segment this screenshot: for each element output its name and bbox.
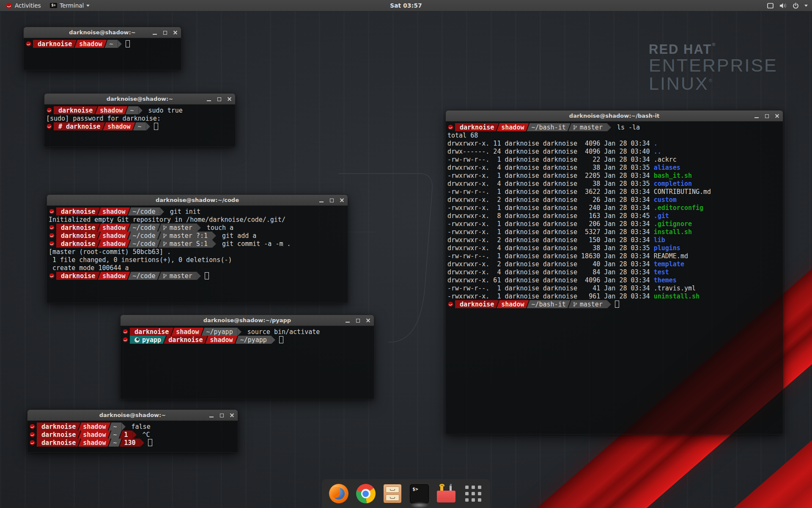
git-branch-icon <box>163 273 167 279</box>
close-button[interactable] <box>226 96 233 102</box>
prompt-arrow <box>146 123 150 130</box>
activities-button[interactable]: Activities <box>3 0 44 11</box>
terminal-text: Initialized empty Git repository in /hom… <box>49 216 285 224</box>
window-buttons <box>205 410 235 421</box>
terminal-window-bash-it[interactable]: darknoise@shadow:~/bash-itdarknoiseshado… <box>445 110 783 434</box>
terminal-text: .git <box>654 212 669 220</box>
terminal-text: template <box>654 260 684 268</box>
volume-icon[interactable] <box>779 3 787 9</box>
terminal-body[interactable]: darknoiseshadow~ sudo true[sudo] passwor… <box>44 105 235 146</box>
terminal-line: -rw-rw-r--. 1 darknoise darknoise 18630 … <box>447 252 781 260</box>
prompt-segment-path: ~ <box>108 439 121 447</box>
terminal-text: drwxrwxr-x. 2 darknoise darknoise 40 Jan… <box>447 260 654 268</box>
close-button[interactable] <box>228 412 235 419</box>
prompt-arrow <box>197 272 201 280</box>
terminal-window-code[interactable]: darknoise@shadow:~/codedarknoiseshadow~/… <box>47 194 348 303</box>
maximize-button[interactable] <box>162 29 168 36</box>
terminal-window-sudo[interactable]: darknoise@shadow:~darknoiseshadow~ sudo … <box>44 93 236 147</box>
terminal-text: drwx------. 24 darknoise darknoise 4096 … <box>447 148 654 155</box>
redhat-fedora-icon <box>26 41 31 47</box>
terminal-window-home-1[interactable]: darknoise@shadow:~darknoiseshadow~ <box>23 27 181 70</box>
dock-item-chrome[interactable] <box>356 483 376 504</box>
terminal-cursor <box>615 301 619 308</box>
window-titlebar[interactable]: darknoise@shadow:~ <box>27 410 238 421</box>
prompt-segment-host: shadow <box>98 272 130 280</box>
terminal-text: plugins <box>654 244 680 252</box>
window-titlebar[interactable]: darknoise@shadow:~/bash-it <box>446 110 783 121</box>
prompt-segment-host: shadow <box>103 122 135 130</box>
redhat-fedora-icon <box>49 273 55 279</box>
terminal-line: -rwxrwxr-x. 1 darknoise darknoise 2205 J… <box>447 171 781 179</box>
terminal-text: -rw-rw-r--. 1 darknoise darknoise 3622 J… <box>447 188 711 196</box>
terminal-line: drwxrwxr-x. 11 darknoise darknoise 4096 … <box>447 139 781 147</box>
minimize-button[interactable] <box>208 412 215 419</box>
close-button[interactable] <box>365 317 371 324</box>
close-button[interactable] <box>172 29 178 36</box>
maximize-button[interactable] <box>354 317 361 324</box>
prompt-segment-user: darknoise <box>56 272 100 280</box>
system-menu-chevron-icon[interactable] <box>804 5 808 7</box>
terminal-body[interactable]: darknoiseshadow~/bash-itmaster ls -latot… <box>446 121 783 434</box>
window-titlebar[interactable]: darknoise@shadow:~/pyapp <box>121 315 374 326</box>
terminal-line: -rwxrwxr-x. 1 darknoise darknoise 5327 J… <box>447 228 781 236</box>
window-titlebar[interactable]: darknoise@shadow:~ <box>44 94 235 105</box>
prompt-segment-user: darknoise <box>54 106 97 114</box>
app-menu-terminal[interactable]: $> Terminal <box>47 0 93 11</box>
terminal-line: darknoiseshadow~ <box>25 40 179 48</box>
minimize-button[interactable] <box>753 113 760 119</box>
terminal-body[interactable]: darknoiseshadow~ <box>24 38 181 70</box>
python-venv-icon <box>134 337 140 342</box>
prompt-arrow <box>118 40 122 48</box>
minimize-button[interactable] <box>151 29 158 36</box>
logo-enterprise: ENTERPRISE <box>649 56 778 75</box>
terminal-text: 1 file changed, 0 insertions(+), 0 delet… <box>49 256 232 264</box>
prompt-arrow <box>238 328 241 336</box>
minimize-button[interactable] <box>206 96 212 102</box>
dock-item-toolbox[interactable] <box>436 483 456 504</box>
prompt-segment-git: master S:1 <box>158 240 212 248</box>
prompt-segment-git: master <box>158 272 197 280</box>
minimize-button[interactable] <box>344 317 351 324</box>
terminal-text: drwxrwxr-x. 8 darknoise darknoise 163 Ja… <box>447 212 654 220</box>
terminal-line: # darknoiseshadow~ <box>46 122 233 130</box>
redhat-fedora-icon <box>49 209 55 214</box>
dock-item-files[interactable] <box>382 483 403 504</box>
terminal-line: [master (root-commit) 50bcb63] . <box>49 248 346 256</box>
clock[interactable]: Sat 03:57 <box>390 2 422 9</box>
prompt-segment-code: 1 <box>120 431 133 439</box>
logo-reg-mark: ® <box>712 42 716 47</box>
minimize-button[interactable] <box>318 197 325 204</box>
terminal-line: darknoiseshadow~/codemaster ?:1 git add … <box>49 232 346 240</box>
terminal-text: lib <box>654 236 665 244</box>
maximize-button[interactable] <box>763 113 770 119</box>
prompt-segment-host: shadow <box>98 207 130 215</box>
prompt-segment-user: darknoise <box>56 224 100 232</box>
dock-item-app-grid[interactable] <box>463 483 483 504</box>
terminal-line: -rw-rw-r--. 1 darknoise darknoise 22 Jan… <box>447 155 781 163</box>
terminal-body[interactable]: darknoiseshadow~/code git initInitialize… <box>47 206 348 303</box>
dock-item-firefox[interactable] <box>329 483 349 504</box>
terminal-line: darknoiseshadow~/bash-itmaster ls -la <box>447 123 781 131</box>
activities-label: Activities <box>15 2 41 9</box>
dock: $> <box>322 479 490 508</box>
window-titlebar[interactable]: darknoise@shadow:~ <box>24 27 181 38</box>
terminal-text: total 68 <box>447 132 478 139</box>
terminal-text: -rwxrwxr-x. 1 darknoise darknoise 5327 J… <box>447 228 654 236</box>
maximize-button[interactable] <box>218 412 225 419</box>
terminal-body[interactable]: darknoiseshadow~ falsedarknoiseshadow~1 … <box>27 421 238 452</box>
maximize-button[interactable] <box>216 96 222 102</box>
power-icon[interactable] <box>793 3 799 9</box>
terminal-body[interactable]: darknoiseshadow~/pyapp source bin/activa… <box>121 326 374 399</box>
redhat-fedora-icon <box>30 440 35 445</box>
window-titlebar[interactable]: darknoise@shadow:~/code <box>47 195 348 206</box>
close-button[interactable] <box>774 113 780 119</box>
screen-icon[interactable] <box>767 3 774 9</box>
maximize-button[interactable] <box>328 197 335 204</box>
prompt-segment-user: darknoise <box>56 240 100 248</box>
terminal-line: drwxrwxr-x. 4 darknoise darknoise 38 Jan… <box>447 179 781 188</box>
dock-item-terminal[interactable]: $> <box>409 483 430 504</box>
close-button[interactable] <box>338 197 345 204</box>
terminal-window-pyapp[interactable]: darknoise@shadow:~/pyappdarknoiseshadow~… <box>120 315 374 399</box>
prompt-arrow <box>197 224 201 232</box>
terminal-window-home-2[interactable]: darknoise@shadow:~darknoiseshadow~ false… <box>27 409 238 453</box>
